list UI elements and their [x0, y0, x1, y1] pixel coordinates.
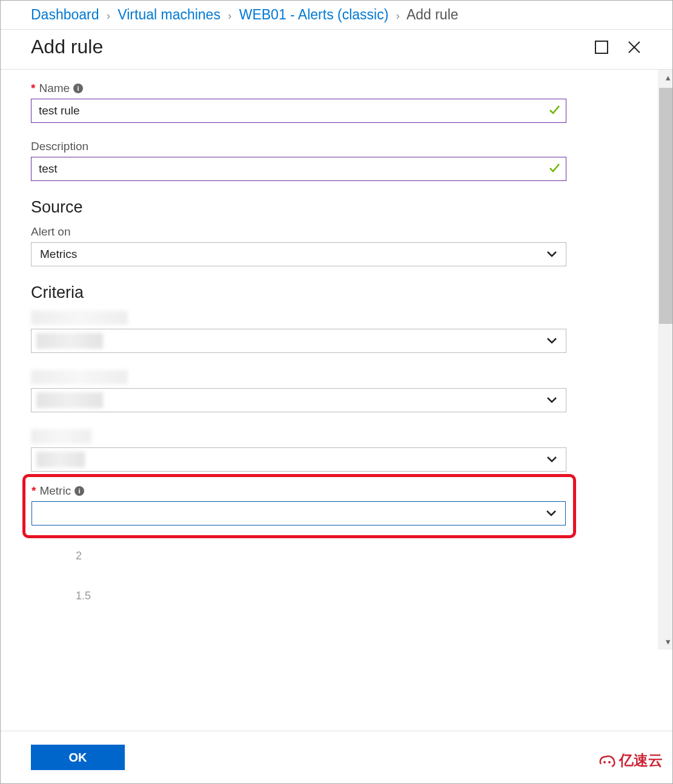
page-header: Add rule: [1, 30, 672, 70]
criteria-value-redacted: [36, 452, 85, 467]
info-icon[interactable]: i: [73, 84, 83, 93]
chevron-right-icon: ›: [396, 10, 400, 22]
scrollbar-thumb[interactable]: [659, 88, 672, 324]
required-marker: *: [31, 484, 36, 498]
scroll-down-icon[interactable]: ▾: [666, 636, 671, 647]
svg-point-3: [603, 761, 606, 763]
breadcrumb-dashboard[interactable]: Dashboard: [31, 7, 99, 22]
criteria-label-redacted: [31, 370, 128, 384]
description-input[interactable]: [31, 157, 566, 181]
criteria-select-1[interactable]: [31, 329, 566, 353]
criteria-value-redacted: [36, 333, 103, 349]
name-label: Name: [39, 82, 70, 95]
chevron-right-icon: ›: [228, 10, 231, 22]
chevron-down-icon: [546, 334, 557, 348]
breadcrumb-current: Add rule: [406, 7, 459, 22]
chart-tick-1-5: 1.5: [31, 590, 642, 601]
description-label: Description: [31, 140, 88, 153]
source-heading: Source: [31, 198, 642, 217]
alert-on-label: Alert on: [31, 225, 70, 239]
chevron-down-icon: [546, 453, 557, 466]
metric-highlight: * Metric i: [22, 474, 576, 538]
close-icon[interactable]: [626, 39, 642, 55]
required-marker: *: [31, 82, 35, 95]
breadcrumb: Dashboard › Virtual machines › WEB01 - A…: [1, 1, 672, 30]
scrollbar[interactable]: ▴ ▾: [658, 70, 672, 650]
metric-label: Metric: [39, 484, 71, 498]
svg-rect-0: [595, 41, 608, 53]
chevron-down-icon: [546, 507, 557, 520]
chart-tick-2: 2: [31, 550, 642, 561]
chevron-down-icon: [546, 248, 557, 261]
criteria-label-redacted: [31, 429, 91, 444]
name-input[interactable]: [31, 99, 566, 123]
checkmark-icon: [548, 104, 560, 118]
criteria-select-3[interactable]: [31, 447, 566, 472]
info-icon[interactable]: i: [75, 486, 84, 496]
page-title: Add rule: [31, 36, 577, 58]
chevron-right-icon: ›: [107, 10, 110, 22]
checkmark-icon: [548, 162, 560, 176]
criteria-select-2[interactable]: [31, 388, 566, 412]
breadcrumb-alerts[interactable]: WEB01 - Alerts (classic): [239, 7, 389, 22]
watermark: 亿速云: [597, 751, 663, 770]
alert-on-select[interactable]: Metrics: [31, 242, 566, 266]
maximize-icon[interactable]: [594, 39, 609, 55]
metric-select[interactable]: [31, 501, 566, 525]
ok-button[interactable]: OK: [31, 745, 125, 770]
alert-on-value: Metrics: [40, 248, 77, 261]
criteria-value-redacted: [36, 392, 103, 408]
breadcrumb-vms[interactable]: Virtual machines: [118, 7, 220, 22]
criteria-heading: Criteria: [31, 283, 642, 302]
chevron-down-icon: [546, 394, 557, 407]
footer: OK: [1, 731, 672, 783]
svg-point-4: [608, 761, 611, 763]
scroll-up-icon[interactable]: ▴: [666, 72, 671, 83]
criteria-label-redacted: [31, 311, 128, 325]
